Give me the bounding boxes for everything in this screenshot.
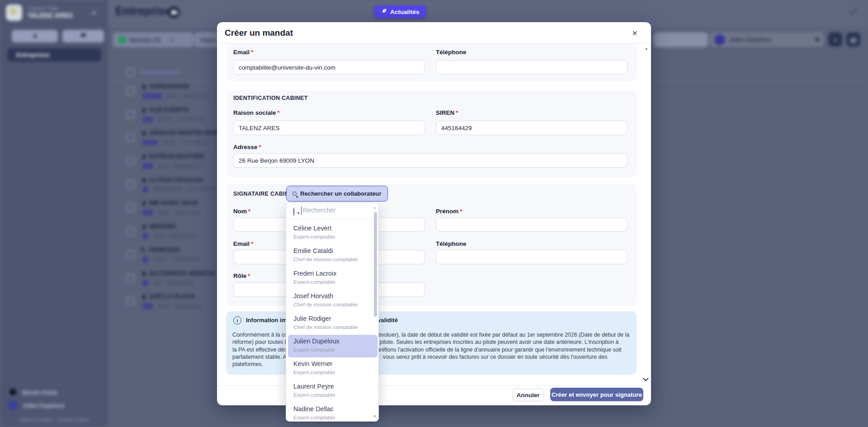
scrollbar-up-icon[interactable]: ▲ <box>373 206 377 210</box>
collaborator-option[interactable]: Josef Horvath Chef de mission comptable <box>286 290 379 312</box>
add-button[interactable]: + <box>828 33 842 47</box>
email-field[interactable]: comptabilite@universite-du-vin.com <box>233 60 425 75</box>
collaborator-role: Expert-comptable <box>293 279 373 285</box>
chat-icon <box>80 32 86 40</box>
company-name: MB SAINT JEAN <box>149 199 198 206</box>
info-icon: i <box>233 316 241 324</box>
pin-icon <box>142 178 146 182</box>
table-search-input[interactable] <box>654 33 708 47</box>
company-subrow: SAS - 989917521 <box>142 92 210 100</box>
news-label: Actualités <box>390 9 420 15</box>
collaborator-name: Laurent Peyre <box>293 383 373 390</box>
row-checkbox[interactable] <box>126 250 135 259</box>
sig-phone-label: Téléphone <box>436 240 467 247</box>
cancel-button[interactable]: Annuler <box>512 389 544 401</box>
column-denomination[interactable]: Dénomination <box>140 69 179 75</box>
row-checkbox[interactable] <box>126 133 135 142</box>
company-name: Le Petit Citronnier <box>149 176 204 183</box>
row-checkbox[interactable] <box>126 203 135 212</box>
dropdown-divider <box>286 219 379 219</box>
collaborator-option[interactable]: Frederi Lacroix Expert-comptable <box>286 267 379 290</box>
pin-icon <box>142 225 146 228</box>
company-name: ESTRAN BASTIEN <box>149 153 204 160</box>
avatar <box>142 279 149 287</box>
sidebar: Cabinet / PME TALENZ ARES « Entreprises … <box>0 0 108 427</box>
collaborator-filter-select[interactable]: Julien Dupeloux ▾ <box>710 32 824 47</box>
sidebar-collapse-icon[interactable]: « <box>92 8 96 17</box>
row-checkbox[interactable] <box>126 180 135 189</box>
collaborator-name: Emilie Cataldi <box>293 247 373 254</box>
news-button[interactable]: Actualités <box>374 5 426 18</box>
siren-label: SIREN* <box>436 109 458 116</box>
collaborator-option[interactable]: Emilie Cataldi Chef de mission comptable <box>286 244 379 267</box>
sidebar-user-name[interactable]: Julien Dupeloux <box>23 402 65 409</box>
filter-statut-label: Statut <box>200 37 216 43</box>
collaborator-name: Julien Dupeloux <box>293 338 371 345</box>
org-name: TALENZ ARES <box>28 12 73 19</box>
adresse-field[interactable]: 26 Rue Berjon 69009 LYON <box>233 153 627 168</box>
pin-icon <box>142 249 146 252</box>
prenom-field[interactable] <box>436 217 627 232</box>
siren-field[interactable]: 445164429 <box>436 121 627 135</box>
adresse-label: Adresse* <box>233 144 261 150</box>
role-label: Rôle* <box>233 272 250 279</box>
sidebar-item-entreprises[interactable]: Entreprises <box>7 48 101 61</box>
collaborator-option[interactable]: Julie Rodiger Chef de mission comptable <box>286 312 379 335</box>
company-subrow: SARL - 797768378 <box>142 139 208 146</box>
filter-mandats-pa[interactable]: Mandats PA ▾ <box>113 33 193 47</box>
collaborator-option[interactable]: Kevin Werner Expert-comptable <box>286 357 379 380</box>
scrollbar-down-icon[interactable]: ▼ <box>373 414 377 418</box>
avatar <box>142 186 149 193</box>
collaborator-dropdown: Rechercher Céline Levert Expert-comptabl… <box>286 202 379 422</box>
avatar <box>151 139 158 146</box>
search-icon <box>292 192 297 196</box>
collaborator-option[interactable]: Julien Dupeloux Expert-comptable <box>288 335 377 357</box>
company-type-siren: SARL - 750592581 <box>153 256 199 263</box>
company-type-siren: EIRL - 538189524 <box>158 303 202 310</box>
company-name: NERARD <box>149 223 176 230</box>
text-cursor <box>301 206 302 215</box>
collaborator-option[interactable]: Laurent Peyre Expert-comptable <box>286 380 379 403</box>
sidebar-people-button[interactable] <box>12 30 58 42</box>
collaborator-name: Julie Rodiger <box>293 315 373 322</box>
row-checkbox[interactable] <box>126 274 135 282</box>
company-name: PRIMADIS <box>149 246 180 253</box>
identification-section-title: IDENTIFICATION CABINET <box>233 95 308 101</box>
document-button[interactable]: ▤ <box>846 33 860 47</box>
company-subrow: SNC - 985974421 <box>142 232 197 240</box>
expand-icon[interactable]: ⤢ <box>850 7 857 16</box>
scrollbar-thumb[interactable] <box>374 212 377 317</box>
company-subrow: SAS - 808966052 <box>142 162 201 170</box>
row-checkbox[interactable] <box>126 157 135 165</box>
collaborator-name: Josef Horvath <box>293 292 373 300</box>
scroll-up-icon[interactable]: ▲ <box>645 47 648 51</box>
close-icon[interactable]: × <box>629 27 641 39</box>
scroll-down-icon[interactable] <box>643 375 649 381</box>
row-checkbox[interactable] <box>126 110 135 119</box>
collaborator-name: Frederi Lacroix <box>293 270 373 277</box>
sidebar-chat-button[interactable] <box>62 30 104 42</box>
phone-field[interactable] <box>436 60 627 75</box>
row-checkbox[interactable] <box>126 297 135 305</box>
submit-button[interactable]: Créer et envoyer pour signature <box>550 388 643 401</box>
collaborator-option[interactable]: Nadine Dellac Expert-comptable <box>286 403 379 422</box>
search-collaborator-button[interactable]: Rechercher un collaborateur <box>286 186 388 202</box>
help-link[interactable]: Besoin d'aide <box>22 389 57 396</box>
sig-phone-field[interactable] <box>436 250 627 264</box>
chevron-down-icon: ▾ <box>816 35 819 44</box>
collaborator-option[interactable]: Céline Levert Expert-comptable <box>286 222 379 244</box>
select-all-checkbox[interactable] <box>126 68 135 76</box>
avatar <box>714 34 725 45</box>
pin-icon <box>142 295 146 298</box>
sort-icon[interactable]: ↕ <box>178 69 181 75</box>
dropdown-search-input[interactable]: Rechercher <box>303 206 335 214</box>
raison-sociale-field[interactable]: TALENZ ARES <box>233 121 425 135</box>
row-checkbox[interactable] <box>126 227 135 235</box>
app-version: Inqom by Chainz - Version 4.284.0 <box>0 418 108 422</box>
pin-icon <box>142 202 146 205</box>
company-type-siren: SAS - 808966052 <box>158 163 201 169</box>
videocam-icon[interactable] <box>168 6 180 18</box>
row-checkbox[interactable] <box>126 87 135 95</box>
pin-icon <box>142 131 146 135</box>
help-icon <box>9 389 16 395</box>
